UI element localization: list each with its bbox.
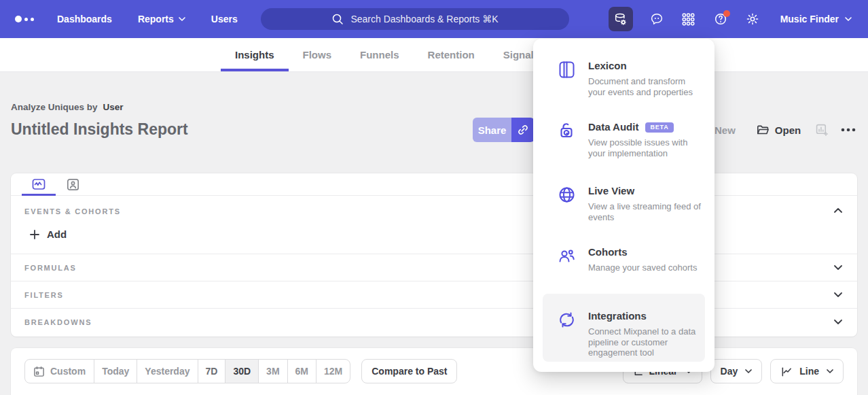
range-label: Today <box>102 366 129 377</box>
chevron-down-icon <box>834 320 842 324</box>
range-today[interactable]: Today <box>94 360 137 383</box>
share-button[interactable]: Share <box>473 118 511 142</box>
add-event-button[interactable]: Add <box>30 228 67 240</box>
chevron-up-icon[interactable] <box>834 208 842 213</box>
messages-icon[interactable] <box>649 11 665 27</box>
granularity-label: Day <box>721 366 738 377</box>
report-title[interactable]: Untitled Insights Report <box>11 120 188 139</box>
chevron-down-icon <box>845 17 852 21</box>
settings-icon[interactable] <box>744 11 761 27</box>
range-label: Yesterday <box>145 366 189 377</box>
nav-reports[interactable]: Reports <box>138 14 185 24</box>
copy-link-button[interactable] <box>511 118 535 142</box>
mixpanel-logo-icon[interactable] <box>15 16 34 22</box>
filters-header: FILTERS <box>24 291 64 299</box>
menu-item-data-audit[interactable]: Data Audit BETA View possible issues wit… <box>558 120 701 158</box>
cohorts-icon <box>558 247 576 265</box>
report-tabs: Insights Flows Funnels Retention Signal … <box>0 38 868 72</box>
search-icon <box>331 13 344 25</box>
tab-label: Funnels <box>360 49 399 61</box>
menu-item-title-text: Data Audit <box>588 120 638 134</box>
range-30d[interactable]: 30D <box>225 360 258 383</box>
breakdowns-section[interactable]: BREAKDOWNS <box>11 308 857 335</box>
folder-icon <box>756 123 770 137</box>
menu-item-title: Live View <box>588 184 701 198</box>
data-management-dropdown: Lexicon Document and transform your even… <box>533 39 715 372</box>
chevron-down-icon <box>179 17 185 21</box>
menu-item-integrations[interactable]: Integrations Connect Mixpanel to a data … <box>558 309 701 358</box>
line-chart-icon <box>780 365 793 378</box>
tab-label: Signal <box>503 49 534 61</box>
apps-grid-icon[interactable] <box>681 11 697 27</box>
range-12m[interactable]: 12M <box>316 360 350 383</box>
range-6m[interactable]: 6M <box>287 360 316 383</box>
date-range-segmented-control: Custom Today Yesterday 7D 30D 3M 6M 12M <box>24 359 350 383</box>
tab-retention[interactable]: Retention <box>414 38 489 71</box>
help-icon[interactable] <box>712 11 729 27</box>
nav-dashboards[interactable]: Dashboards <box>57 14 112 24</box>
open-report-button[interactable]: Open <box>756 123 801 137</box>
range-label: 6M <box>295 366 308 377</box>
menu-item-title: Integrations <box>588 309 701 323</box>
add-label: Add <box>47 228 67 240</box>
tab-events-metrics[interactable] <box>22 173 56 195</box>
events-cohorts-section: EVENTS & COHORTS Add <box>11 196 857 254</box>
analyze-line: Analyze Uniques byUser <box>11 102 124 112</box>
menu-item-title: Lexicon <box>588 59 701 73</box>
tab-label: Insights <box>235 49 274 61</box>
project-switcher[interactable]: Music Finder <box>780 14 852 24</box>
data-management-icon[interactable] <box>609 7 633 31</box>
link-icon <box>517 124 529 136</box>
integrations-icon <box>558 311 576 329</box>
more-options-icon[interactable] <box>840 127 856 133</box>
formulas-section[interactable]: FORMULAS <box>11 254 857 281</box>
range-7d[interactable]: 7D <box>198 360 225 383</box>
chevron-down-icon <box>745 369 752 373</box>
range-label: Custom <box>50 366 86 377</box>
tab-label: Flows <box>303 49 332 61</box>
analyze-label: Analyze Uniques by <box>11 102 98 112</box>
menu-item-lexicon[interactable]: Lexicon Document and transform your even… <box>558 59 701 97</box>
top-navbar: Dashboards Reports Users Search Dashboar… <box>0 0 868 38</box>
metrics-icon <box>32 178 46 190</box>
chevron-down-icon <box>834 265 842 270</box>
plus-icon <box>30 230 39 239</box>
tab-insights[interactable]: Insights <box>221 38 289 71</box>
search-input[interactable]: Search Dashboards & Reports ⌘K <box>261 8 569 30</box>
navbar-actions: Music Finder <box>609 0 868 38</box>
analyze-entity-selector[interactable]: User <box>103 102 124 112</box>
granularity-dropdown[interactable]: Day <box>710 359 763 383</box>
tab-funnels[interactable]: Funnels <box>346 38 414 71</box>
calendar-icon <box>33 366 45 377</box>
compare-label: Compare to Past <box>372 366 447 377</box>
menu-item-description: View a live streaming feed of events <box>588 201 701 222</box>
menu-item-cohorts[interactable]: Cohorts Manage your saved cohorts <box>558 245 701 273</box>
help-alert-dot <box>723 10 730 17</box>
data-audit-icon <box>558 122 576 140</box>
nav-dashboards-label: Dashboards <box>57 14 112 24</box>
nav-users[interactable]: Users <box>211 14 238 24</box>
range-3m[interactable]: 3M <box>258 360 287 383</box>
profile-icon <box>67 178 79 191</box>
menu-item-title: Data Audit BETA <box>588 120 701 134</box>
range-yesterday[interactable]: Yesterday <box>137 360 197 383</box>
primary-nav: Dashboards Reports Users <box>57 14 238 24</box>
filters-section[interactable]: FILTERS <box>11 281 857 308</box>
menu-item-description: View possible issues with your implement… <box>588 137 701 158</box>
chart-type-dropdown[interactable]: Line <box>770 359 844 383</box>
range-label: 7D <box>206 366 218 377</box>
range-label: 12M <box>324 366 342 377</box>
chevron-down-icon <box>834 292 842 297</box>
tab-user-profiles[interactable] <box>56 173 90 195</box>
compare-to-past-button[interactable]: Compare to Past <box>361 359 457 383</box>
project-name: Music Finder <box>780 14 839 24</box>
menu-item-live-view[interactable]: Live View View a live streaming feed of … <box>558 184 701 222</box>
tab-flows[interactable]: Flows <box>289 38 346 71</box>
add-to-dashboard-icon[interactable] <box>816 124 829 137</box>
menu-item-title: Cohorts <box>588 245 697 259</box>
range-custom[interactable]: Custom <box>25 360 94 383</box>
new-label: New <box>715 124 736 136</box>
chart-controls-panel: Custom Today Yesterday 7D 30D 3M 6M 12M … <box>11 348 857 395</box>
menu-item-description: Manage your saved cohorts <box>588 262 697 273</box>
chart-type-label: Line <box>799 366 819 377</box>
